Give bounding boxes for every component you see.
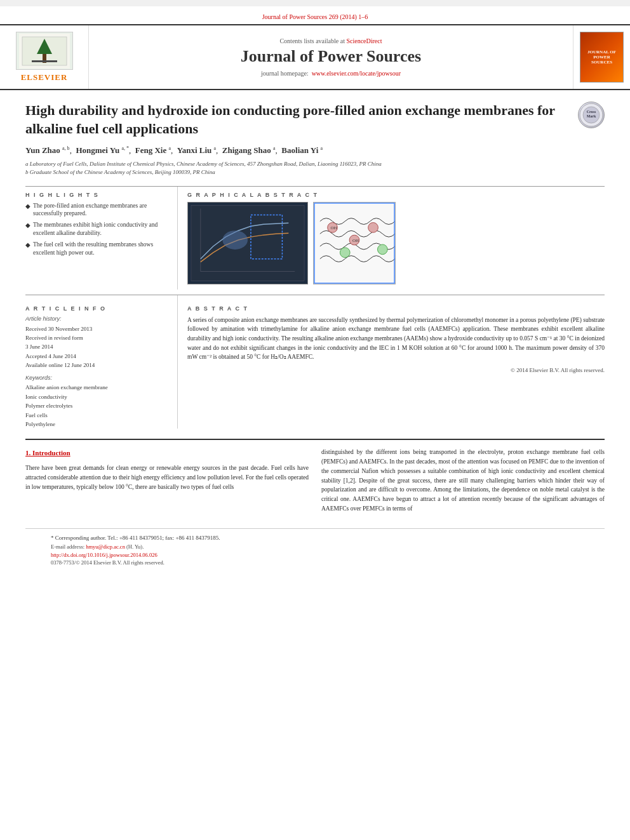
highlights-graphical-section: H I G H L I G H T S ◆ The pore-filled an… bbox=[25, 186, 605, 290]
email-label: E-mail address: bbox=[51, 543, 84, 550]
ga-schematic: OH OH bbox=[313, 202, 396, 284]
elsevier-brand-text: ELSEVIER bbox=[21, 72, 68, 83]
highlight-text-3: The fuel cell with the resulting membran… bbox=[33, 241, 168, 257]
author-liu-sup: a bbox=[214, 145, 217, 151]
doi-link[interactable]: http://dx.doi.org/10.1016/j.jpowsour.201… bbox=[51, 552, 158, 558]
article-title: High durability and hydroxide ion conduc… bbox=[25, 102, 605, 138]
journal-homepage-line: journal homepage: www.elsevier.com/locat… bbox=[102, 70, 560, 77]
sciencedirect-line: Contents lists available at ScienceDirec… bbox=[102, 37, 560, 44]
bullet-2: ◆ bbox=[25, 221, 30, 237]
crossmark-badge: Cross Mark bbox=[578, 102, 605, 128]
history-date3: 3 June 2014 bbox=[25, 342, 168, 351]
keyword-4: Fuel cells bbox=[25, 411, 168, 420]
author-yu: Hongmei Yu bbox=[76, 146, 119, 156]
graphical-abstract-col: G R A P H I C A L A B S T R A C T bbox=[178, 187, 605, 290]
author-shao: Zhigang Shao bbox=[222, 146, 271, 156]
homepage-url[interactable]: www.elsevier.com/locate/jpowsour bbox=[312, 70, 401, 77]
highlight-item-1: ◆ The pore-filled anion exchange membran… bbox=[25, 202, 168, 218]
highlight-text-1: The pore-filled anion exchange membranes… bbox=[33, 202, 168, 218]
keywords-label: Keywords: bbox=[25, 375, 168, 381]
svg-rect-4 bbox=[32, 60, 57, 62]
author-yi-sup: a bbox=[321, 145, 323, 151]
keyword-2: Ionic conductivity bbox=[25, 392, 168, 401]
article-info-label: A R T I C L E I N F O bbox=[25, 305, 168, 312]
journal-citation-link[interactable]: Journal of Power Sources 269 (2014) 1–6 bbox=[262, 13, 368, 20]
body-divider bbox=[25, 439, 605, 440]
intro-para-1: There have been great demands for clean … bbox=[25, 463, 309, 491]
body-two-col: 1. Introduction There have been great de… bbox=[25, 448, 605, 518]
author-liu: Yanxi Liu bbox=[177, 146, 212, 156]
svg-text:OH: OH bbox=[352, 238, 359, 243]
crossmark-icon: Cross Mark bbox=[578, 102, 605, 128]
intro-heading: 1. Introduction bbox=[25, 448, 309, 458]
abstract-label: A B S T R A C T bbox=[187, 305, 605, 312]
highlight-item-2: ◆ The membranes exhibit high ionic condu… bbox=[25, 221, 168, 237]
svg-point-20 bbox=[377, 244, 387, 254]
svg-text:Mark: Mark bbox=[587, 114, 596, 118]
journal-header: ELSEVIER Contents lists available at Sci… bbox=[0, 25, 630, 90]
contents-available-label: Contents lists available at bbox=[279, 37, 344, 44]
journal-header-center: Contents lists available at ScienceDirec… bbox=[89, 25, 573, 89]
highlights-col: H I G H L I G H T S ◆ The pore-filled an… bbox=[25, 187, 178, 290]
journal-top-bar: Journal of Power Sources 269 (2014) 1–6 bbox=[0, 6, 630, 25]
authors-line: Yun Zhao a, b, Hongmei Yu a, *, Feng Xie… bbox=[25, 145, 605, 156]
page: Journal of Power Sources 269 (2014) 1–6 bbox=[0, 6, 630, 840]
author-xie: Feng Xie bbox=[135, 146, 166, 156]
journal-name: Journal of Power Sources bbox=[102, 47, 560, 66]
intro-para-2: distinguished by the different ions bein… bbox=[321, 448, 605, 513]
svg-text:Cross: Cross bbox=[587, 110, 596, 114]
keyword-3: Polymer electrolytes bbox=[25, 401, 168, 410]
article-history-label: Article history: bbox=[25, 316, 168, 322]
highlight-item-3: ◆ The fuel cell with the resulting membr… bbox=[25, 241, 168, 257]
author-yi: Baolian Yi bbox=[281, 146, 318, 156]
issn-rights: 0378-7753/© 2014 Elsevier B.V. All right… bbox=[51, 559, 579, 567]
author-shao-sup: a bbox=[273, 145, 276, 151]
svg-point-19 bbox=[340, 247, 350, 257]
homepage-label: journal homepage: bbox=[261, 70, 309, 77]
journal-header-right: JOURNAL OF POWER SOURCES bbox=[573, 25, 630, 89]
svg-point-14 bbox=[222, 230, 248, 250]
email-link[interactable]: hmyu@dicp.ac.cn bbox=[86, 543, 125, 550]
doi-line: http://dx.doi.org/10.1016/j.jpowsour.201… bbox=[51, 551, 579, 559]
bullet-3: ◆ bbox=[25, 241, 30, 257]
keyword-1: Alkaline anion exchange membrane bbox=[25, 383, 168, 392]
body-left-col: 1. Introduction There have been great de… bbox=[25, 448, 309, 518]
affiliation-a: a Laboratory of Fuel Cells, Dalian Insti… bbox=[25, 160, 605, 169]
email-note: (H. Yu). bbox=[126, 543, 144, 550]
elsevier-logo: ELSEVIER bbox=[16, 32, 73, 83]
elsevier-logo-image bbox=[16, 32, 73, 70]
abstract-rights: © 2014 Elsevier B.V. All rights reserved… bbox=[187, 367, 605, 373]
journal-header-left: ELSEVIER bbox=[0, 25, 89, 89]
graphical-abstract-area: OH OH bbox=[187, 202, 605, 284]
abstract-col: A B S T R A C T A series of composite an… bbox=[178, 295, 605, 429]
graphical-abstract-label: G R A P H I C A L A B S T R A C T bbox=[187, 192, 605, 198]
sciencedirect-link[interactable]: ScienceDirect bbox=[346, 37, 382, 44]
email-line: E-mail address: hmyu@dicp.ac.cn (H. Yu). bbox=[51, 543, 579, 551]
highlight-text-2: The membranes exhibit high ionic conduct… bbox=[33, 221, 168, 237]
journal-thumbnail: JOURNAL OF POWER SOURCES bbox=[580, 32, 624, 83]
article-info-col: A R T I C L E I N F O Article history: R… bbox=[25, 295, 178, 429]
keyword-5: Polyethylene bbox=[25, 420, 168, 429]
abstract-text: A series of composite anion exchange mem… bbox=[187, 316, 605, 363]
article-title-text: High durability and hydroxide ion conduc… bbox=[25, 102, 555, 137]
author-yu-sup: a, * bbox=[121, 145, 129, 151]
history-revised-label: Received in revised form bbox=[25, 333, 168, 342]
body-right-col: distinguished by the different ions bein… bbox=[321, 448, 605, 518]
svg-text:OH: OH bbox=[331, 225, 337, 230]
author-xie-sup: a bbox=[168, 145, 171, 151]
corresponding-author-note: * Corresponding author. Tel.: +86 411 84… bbox=[51, 534, 579, 543]
author-zhao: Yun Zhao bbox=[25, 146, 60, 156]
svg-point-18 bbox=[368, 222, 379, 232]
history-available: Available online 12 June 2014 bbox=[25, 361, 168, 370]
svg-rect-10 bbox=[191, 205, 304, 281]
bullet-1: ◆ bbox=[25, 202, 30, 218]
author-zhao-sup: a, b bbox=[62, 145, 70, 151]
history-accepted: Accepted 4 June 2014 bbox=[25, 352, 168, 361]
page-footer: * Corresponding author. Tel.: +86 411 84… bbox=[25, 528, 605, 571]
article-info-abstract-section: A R T I C L E I N F O Article history: R… bbox=[25, 295, 605, 429]
affiliation-b: b Graduate School of the Chinese Academy… bbox=[25, 168, 605, 177]
affiliations: a Laboratory of Fuel Cells, Dalian Insti… bbox=[25, 160, 605, 177]
history-received: Received 30 November 2013 bbox=[25, 324, 168, 333]
article-content: High durability and hydroxide ion conduc… bbox=[0, 90, 630, 583]
ga-photo bbox=[187, 202, 308, 284]
